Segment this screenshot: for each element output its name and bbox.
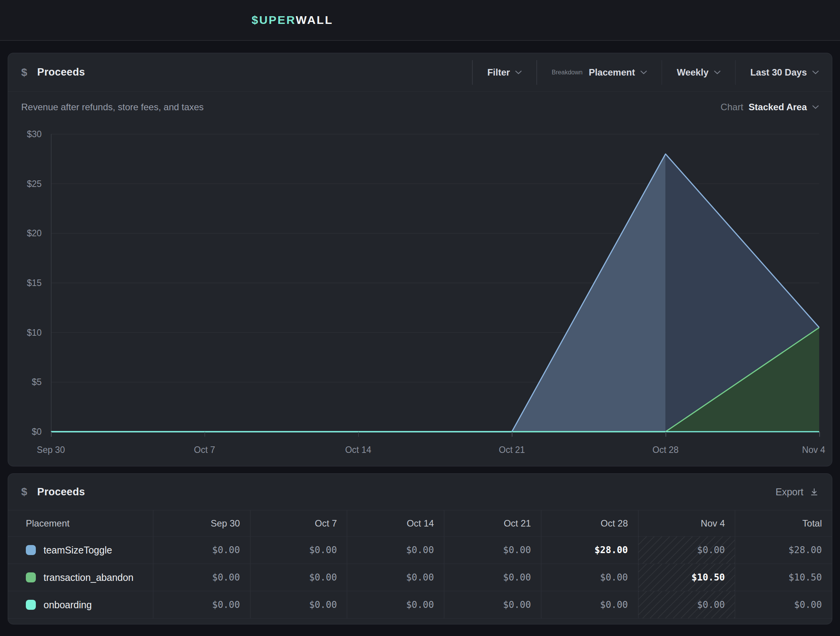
interval-select[interactable]: Weekly: [662, 53, 735, 91]
value-cell: $0.00: [444, 537, 541, 564]
chart-canvas: [51, 134, 819, 432]
date-range-select[interactable]: Last 30 Days: [736, 53, 819, 91]
table-card-header: $ Proceeds Export: [8, 474, 832, 510]
table-header-cell: Sep 30: [153, 510, 250, 536]
area-teamSizeToggle-actual: [51, 154, 665, 432]
interval-value: Weekly: [677, 67, 708, 78]
value-cell: $0.00: [250, 564, 347, 591]
y-axis-label: $20: [27, 228, 42, 239]
table-header-cell: Total: [735, 510, 832, 536]
chevron-down-icon: [640, 71, 647, 74]
value-cell: $10.50: [735, 564, 832, 591]
value-cell: $0.00: [153, 564, 250, 591]
x-axis-tick: [665, 432, 666, 437]
chart-subtitle: Revenue after refunds, store fees, and t…: [21, 102, 204, 113]
y-axis-label: $10: [27, 327, 42, 338]
placement-cell: onboarding: [8, 591, 153, 618]
proceeds-chart-card: $ Proceeds Filter Breakdown Placement We…: [8, 53, 832, 466]
chevron-down-icon: [515, 71, 522, 74]
logo-accent: $UPER: [252, 13, 296, 26]
x-axis-tick: [51, 432, 52, 437]
table-header-cell: Oct 7: [250, 510, 347, 536]
table-header-cell: Placement: [8, 510, 153, 536]
x-axis-label: Oct 7: [194, 445, 215, 455]
value-cell: $0.00: [541, 564, 638, 591]
export-label: Export: [776, 486, 803, 498]
table-header-row: PlacementSep 30Oct 7Oct 14Oct 21Oct 28No…: [8, 510, 832, 536]
chart-type-label: Chart: [721, 102, 743, 113]
date-range-value: Last 30 Days: [750, 67, 807, 78]
dollar-icon: $: [21, 486, 27, 498]
table-header-cell: Oct 14: [347, 510, 444, 536]
value-cell: $0.00: [250, 591, 347, 618]
placement-label: onboarding: [44, 599, 92, 611]
table-row: transaction_abandon$0.00$0.00$0.00$0.00$…: [8, 564, 832, 591]
breakdown-group: Breakdown Placement: [537, 53, 662, 91]
placement-cell: teamSizeToggle: [8, 537, 153, 564]
value-cell: $0.00: [347, 591, 444, 618]
export-button[interactable]: Export: [776, 486, 819, 498]
value-text: $0.00: [503, 599, 531, 610]
value-cell: $0.00: [347, 564, 444, 591]
value-text: $0.00: [503, 545, 531, 555]
x-axis-label: Nov 4: [802, 445, 825, 455]
value-text: $0.00: [309, 545, 337, 555]
value-text: $0.00: [406, 599, 434, 610]
value-cell: $0.00: [153, 591, 250, 618]
series-color-swatch: [26, 600, 36, 610]
table-header-cell: Oct 21: [444, 510, 541, 536]
y-axis-label: $0: [32, 427, 42, 437]
x-axis-label: Oct 28: [652, 445, 679, 455]
chart-card-header: $ Proceeds Filter Breakdown Placement We…: [8, 53, 832, 92]
chart-type-select[interactable]: Chart Stacked Area: [721, 102, 819, 113]
value-text: $0.00: [309, 599, 337, 610]
value-text: $28.00: [595, 545, 628, 555]
placement-label: teamSizeToggle: [44, 545, 112, 556]
value-text: $10.50: [788, 572, 822, 583]
stacked-area-chart[interactable]: $30$25$20$15$10$5$0Sep 30Oct 7Oct 14Oct …: [51, 134, 819, 432]
table-card-title: Proceeds: [37, 486, 85, 498]
value-cell: $0.00: [250, 537, 347, 564]
x-axis-label: Sep 30: [37, 445, 65, 455]
value-cell: $0.00: [153, 537, 250, 564]
table-row: teamSizeToggle$0.00$0.00$0.00$0.00$28.00…: [8, 536, 832, 564]
chart-type-value: Stacked Area: [749, 102, 807, 113]
dollar-icon: $: [21, 66, 27, 79]
y-axis-label: $30: [27, 129, 42, 140]
logo-rest: WALL: [296, 13, 333, 26]
chart-toolbar: Filter Breakdown Placement Weekly Last 3…: [472, 53, 819, 91]
breakdown-value: Placement: [589, 67, 635, 78]
value-text: $0.00: [697, 545, 725, 555]
breakdown-select[interactable]: Placement: [589, 53, 647, 91]
x-axis-tick: [205, 432, 205, 437]
value-text: $0.00: [309, 572, 337, 583]
x-axis-label: Oct 21: [499, 445, 525, 455]
series-color-swatch: [26, 545, 36, 555]
series-color-swatch: [26, 572, 36, 582]
value-text: $0.00: [406, 545, 434, 555]
x-axis-tick: [358, 432, 359, 437]
value-cell: $10.50: [638, 564, 735, 591]
value-text: $0.00: [212, 599, 240, 610]
value-text: $0.00: [600, 599, 628, 610]
chevron-down-icon: [714, 71, 721, 74]
y-axis-label: $25: [27, 178, 42, 189]
chart-subrow: Revenue after refunds, store fees, and t…: [8, 102, 832, 113]
value-text: $0.00: [212, 572, 240, 583]
value-text: $28.00: [788, 545, 822, 555]
value-text: $0.00: [600, 572, 628, 583]
placement-label: transaction_abandon: [44, 572, 134, 583]
table-header-cell: Nov 4: [638, 510, 735, 536]
value-cell: $0.00: [347, 537, 444, 564]
filter-button[interactable]: Filter: [473, 53, 537, 91]
chevron-down-icon: [812, 105, 819, 109]
value-text: $0.00: [406, 572, 434, 583]
value-text: $0.00: [794, 599, 822, 610]
value-cell: $0.00: [735, 591, 832, 618]
chevron-down-icon: [812, 71, 819, 74]
table-row: onboarding$0.00$0.00$0.00$0.00$0.00$0.00…: [8, 591, 832, 619]
value-cell: $28.00: [735, 537, 832, 564]
download-icon: [810, 487, 819, 496]
placement-cell: transaction_abandon: [8, 564, 153, 591]
y-axis-label: $15: [27, 278, 42, 288]
